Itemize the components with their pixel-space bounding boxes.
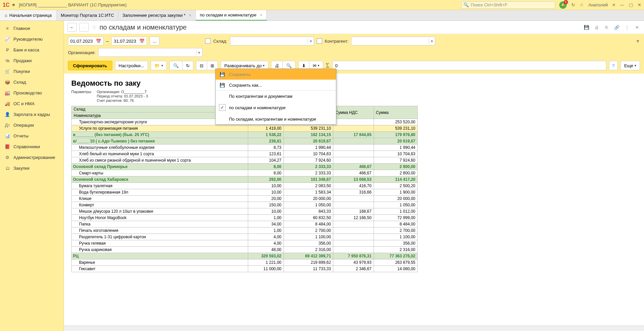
notifications-bell[interactable]: 🔔5 xyxy=(559,1,567,9)
page-title: по складам и номенклатуре xyxy=(100,24,187,31)
table-row[interactable]: Услуги по организация питания 1 419,00 5… xyxy=(72,125,418,132)
table-row[interactable]: Ручка гелевая 4,00 356,00 356,00 xyxy=(72,240,418,247)
sidebar-item-12[interactable]: ⚙Администрирование xyxy=(0,152,64,163)
export-icon[interactable]: ⎘ xyxy=(603,24,610,31)
horizontal-scrollbar[interactable] xyxy=(64,326,644,331)
table-row[interactable]: Хлеб белый из пшеничной муки 1 сорта 123… xyxy=(72,151,418,157)
sklad-checkbox[interactable] xyxy=(205,38,211,44)
settings-button[interactable]: Настройки... xyxy=(115,61,148,70)
close-icon[interactable]: × xyxy=(189,13,192,18)
variants-button[interactable]: 📁▾ xyxy=(151,61,167,70)
table-row[interactable]: Основной склад Хабаровск 292,00 101 348,… xyxy=(72,176,418,183)
home-tab[interactable]: ⌂ Начальная страница xyxy=(0,10,57,20)
table-row[interactable]: Смарт-карты 8,00 2 333,33 466,67 2 800,0… xyxy=(72,170,418,176)
maximize-icon[interactable]: ▢ xyxy=(629,2,633,7)
close-icon[interactable]: × xyxy=(260,12,263,17)
history-icon[interactable]: ↻ xyxy=(571,2,575,7)
table-row[interactable]: Мешок д/мусора 120 л 10шт в упаковке 10,… xyxy=(72,208,418,215)
sidebar-item-5[interactable]: 📦Склад xyxy=(0,77,64,87)
sidebar-item-7[interactable]: 🚚ОС и НМА xyxy=(0,98,64,109)
org-combo[interactable]: ▾ xyxy=(98,48,202,57)
menu-icon[interactable]: ≡ xyxy=(12,2,15,7)
save-icon[interactable]: 💾 xyxy=(583,24,590,31)
nav-forward[interactable]: → xyxy=(79,23,89,32)
table-row[interactable]: Хлеб из смеси ржаной обдирной и пшенично… xyxy=(72,157,418,164)
sidebar-label: Отчеты xyxy=(13,133,29,138)
global-search[interactable]: 🔍 Поиск Ctrl+Shift+F xyxy=(461,1,555,9)
table-row[interactable]: Ручка шариковая 48,00 2 316,00 2 316,00 xyxy=(72,247,418,253)
favorite-star[interactable]: ☆ xyxy=(91,24,97,31)
table-row[interactable]: РЦ 329 593,02 69 412 399,71 7 950 876,31… xyxy=(72,253,418,259)
date-from[interactable]: 📅 xyxy=(68,37,104,45)
kontragent-checkbox[interactable] xyxy=(317,38,322,44)
sidebar-icon: 📦 xyxy=(5,79,10,85)
table-row[interactable]: Гексавит 11 000,00 11 733,33 2 346,67 14… xyxy=(72,266,418,272)
report-params: Параметры: Организация: О__________Т Пер… xyxy=(71,90,640,102)
close-icon[interactable]: ✕ xyxy=(638,2,641,7)
table-row[interactable]: Мелкоштучные хлебобулочные изделия 8,73 … xyxy=(72,144,418,151)
sidebar-item-3[interactable]: 🛍Продажи xyxy=(0,55,64,66)
find-button[interactable]: 🔍 xyxy=(169,61,183,70)
user-name[interactable]: Анатолий xyxy=(589,2,608,7)
link-icon[interactable]: 🔗 xyxy=(613,24,620,31)
table-row[interactable]: Конверт 150,00 1 050,00 1 050,00 xyxy=(72,202,418,208)
sidebar-item-10[interactable]: 📊Отчеты xyxy=(0,130,64,141)
kontragent-combo[interactable]: ▾ xyxy=(351,37,435,45)
table-row[interactable]: Основной склад Приморье 8,00 2 333,33 46… xyxy=(72,164,418,170)
period-picker[interactable]: ... xyxy=(150,37,159,45)
sidebar-item-13[interactable]: 🗂Закупки xyxy=(0,163,64,173)
refresh-button[interactable]: ↻ xyxy=(182,61,193,70)
print-icon[interactable]: 🖨 xyxy=(593,24,600,31)
dropdown-variant-2[interactable]: ✓ по складам и номенклатуре xyxy=(216,101,336,114)
table-row[interactable]: Папка 34,00 8 484,00 8 484,00 xyxy=(72,221,418,227)
table-row[interactable]: Клише 20,00 20 000,00 20 000,00 xyxy=(72,196,418,202)
sidebar-label: Операции xyxy=(13,123,34,128)
dropdown-save[interactable]: 💾 Сохранить xyxy=(216,69,336,80)
sidebar-icon: 📊 xyxy=(5,133,10,138)
calendar-icon[interactable]: 📅 xyxy=(96,39,101,44)
filter-icon[interactable]: ▼ xyxy=(636,39,640,44)
sum-field[interactable] xyxy=(332,61,606,70)
toolbar: Сформировать Настройки... 📁▾ 🔍 ↻ ⊟ ⊞ Раз… xyxy=(64,59,644,74)
help-button[interactable]: ? xyxy=(609,61,618,70)
settings-icon[interactable]: ≡ xyxy=(612,2,615,7)
table-row[interactable]: Печать изготовление 1,00 2 700,00 2 700,… xyxy=(72,227,418,234)
sidebar-item-4[interactable]: 🛒Покупки xyxy=(0,66,64,77)
sidebar-item-6[interactable]: 🏭Производство xyxy=(0,87,64,98)
table-row[interactable]: Разделитель 1-31 цифровой картон 4,00 1 … xyxy=(72,234,418,240)
sidebar-item-1[interactable]: 📈Руководителю xyxy=(0,34,64,44)
date-to[interactable]: 📅 xyxy=(111,37,147,45)
minimize-icon[interactable]: — xyxy=(620,2,624,7)
more-button[interactable]: Еще ▾ xyxy=(620,61,640,70)
table-row[interactable]: Ноутбук Honor MagoBook 1,00 60 832,50 12… xyxy=(72,215,418,221)
sidebar-item-8[interactable]: 👤Зарплата и кадры xyxy=(0,109,64,120)
tab-warehouses[interactable]: по складам и номенклатуре× xyxy=(196,10,267,20)
sidebar-label: Банк и касса xyxy=(13,47,39,52)
table-row[interactable]: Варенье 1 221,00 219 899,62 43 979,93 26… xyxy=(72,259,418,266)
nav-back[interactable]: ← xyxy=(67,23,77,32)
dropdown-save-as[interactable]: 💾 Сохранить как... xyxy=(216,80,336,90)
sidebar-item-9[interactable]: ДтОперации xyxy=(0,120,64,130)
star-icon[interactable]: ☆ xyxy=(580,2,584,7)
table-row[interactable]: в________ (без питания) (быв. 25 УГС) 1 … xyxy=(72,132,418,138)
sidebar-icon: 🛍 xyxy=(5,58,10,63)
sidebar-icon: 🚚 xyxy=(5,101,10,106)
logo-1c: 1C xyxy=(3,2,9,8)
table-row[interactable]: Бумага туалетная 10,00 2 083,50 416,70 2… xyxy=(72,183,418,189)
tab-monitor[interactable]: Монитор Портала 1С:ИТС xyxy=(57,10,118,20)
save-as-icon: 💾 xyxy=(219,82,226,88)
close-page-icon[interactable]: ✕ xyxy=(633,24,641,31)
form-button[interactable]: Сформировать xyxy=(68,61,112,70)
calendar-icon[interactable]: 📅 xyxy=(139,39,145,44)
table-row[interactable]: Вода бутилированная 19л 10,00 1 583,34 3… xyxy=(72,189,418,196)
sidebar-item-0[interactable]: ≡Главное xyxy=(0,23,64,34)
tab-register[interactable]: Заполнение регистра закупки *× xyxy=(118,10,196,20)
dropdown-variant-1[interactable]: По контрагентам и документам xyxy=(216,91,336,101)
table-row[interactable]: в/ _____ 10 ( с.Адо-Тымово ) без питания… xyxy=(72,138,418,144)
more-icon[interactable]: ⋮ xyxy=(623,24,631,31)
sidebar-item-2[interactable]: ₽Банк и касса xyxy=(0,44,64,55)
dropdown-variant-3[interactable]: По складам, контрагентам и номенклатуре xyxy=(216,114,336,124)
sklad-combo[interactable]: ▾ xyxy=(230,37,314,45)
collapse-button[interactable]: ⊟ xyxy=(196,61,207,70)
sidebar-item-11[interactable]: 📕Справочники xyxy=(0,141,64,152)
